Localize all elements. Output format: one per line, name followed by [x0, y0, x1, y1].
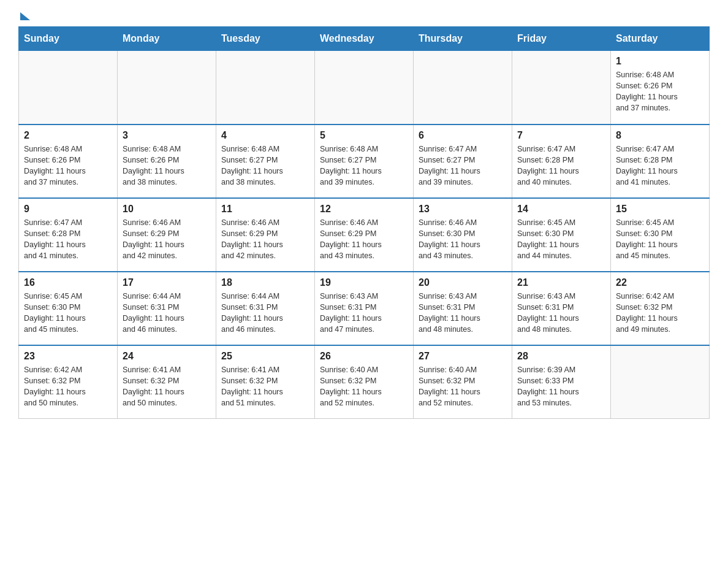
week-row-3: 9Sunrise: 6:47 AM Sunset: 6:28 PM Daylig… — [19, 198, 710, 272]
day-number: 14 — [517, 204, 605, 215]
week-row-4: 16Sunrise: 6:45 AM Sunset: 6:30 PM Dayli… — [19, 272, 710, 345]
day-info: Sunrise: 6:43 AM Sunset: 6:31 PM Dayligh… — [320, 291, 408, 335]
weekday-header-monday: Monday — [118, 27, 216, 51]
calendar-cell: 21Sunrise: 6:43 AM Sunset: 6:31 PM Dayli… — [512, 272, 611, 345]
calendar-cell: 9Sunrise: 6:47 AM Sunset: 6:28 PM Daylig… — [19, 198, 118, 272]
calendar-cell: 26Sunrise: 6:40 AM Sunset: 6:32 PM Dayli… — [315, 345, 414, 419]
day-info: Sunrise: 6:42 AM Sunset: 6:32 PM Dayligh… — [24, 364, 112, 409]
calendar-cell — [19, 51, 118, 124]
day-number: 25 — [221, 351, 309, 362]
calendar-cell: 20Sunrise: 6:43 AM Sunset: 6:31 PM Dayli… — [414, 272, 512, 345]
calendar-cell: 13Sunrise: 6:46 AM Sunset: 6:30 PM Dayli… — [414, 198, 512, 272]
calendar-cell: 28Sunrise: 6:39 AM Sunset: 6:33 PM Dayli… — [512, 345, 611, 419]
day-number: 10 — [123, 204, 211, 215]
day-info: Sunrise: 6:47 AM Sunset: 6:28 PM Dayligh… — [517, 144, 605, 188]
day-info: Sunrise: 6:45 AM Sunset: 6:30 PM Dayligh… — [616, 217, 704, 262]
calendar-cell: 18Sunrise: 6:44 AM Sunset: 6:31 PM Dayli… — [216, 272, 315, 345]
week-row-2: 2Sunrise: 6:48 AM Sunset: 6:26 PM Daylig… — [19, 124, 710, 198]
day-info: Sunrise: 6:47 AM Sunset: 6:28 PM Dayligh… — [24, 217, 112, 262]
day-info: Sunrise: 6:48 AM Sunset: 6:27 PM Dayligh… — [221, 144, 309, 188]
weekday-header-thursday: Thursday — [414, 27, 512, 51]
calendar-cell: 10Sunrise: 6:46 AM Sunset: 6:29 PM Dayli… — [118, 198, 216, 272]
calendar-cell: 8Sunrise: 6:47 AM Sunset: 6:28 PM Daylig… — [611, 124, 710, 198]
calendar-cell: 14Sunrise: 6:45 AM Sunset: 6:30 PM Dayli… — [512, 198, 611, 272]
calendar-table: SundayMondayTuesdayWednesdayThursdayFrid… — [18, 26, 710, 419]
calendar-cell: 11Sunrise: 6:46 AM Sunset: 6:29 PM Dayli… — [216, 198, 315, 272]
day-number: 3 — [123, 130, 211, 141]
day-info: Sunrise: 6:46 AM Sunset: 6:30 PM Dayligh… — [419, 217, 507, 262]
day-info: Sunrise: 6:41 AM Sunset: 6:32 PM Dayligh… — [221, 364, 309, 409]
week-row-5: 23Sunrise: 6:42 AM Sunset: 6:32 PM Dayli… — [19, 345, 710, 419]
header — [18, 12, 710, 17]
calendar-cell: 15Sunrise: 6:45 AM Sunset: 6:30 PM Dayli… — [611, 198, 710, 272]
day-info: Sunrise: 6:40 AM Sunset: 6:32 PM Dayligh… — [320, 364, 408, 409]
day-info: Sunrise: 6:48 AM Sunset: 6:27 PM Dayligh… — [320, 144, 408, 188]
day-number: 7 — [517, 130, 605, 141]
calendar-cell: 3Sunrise: 6:48 AM Sunset: 6:26 PM Daylig… — [118, 124, 216, 198]
day-number: 21 — [517, 277, 605, 288]
calendar-cell: 4Sunrise: 6:48 AM Sunset: 6:27 PM Daylig… — [216, 124, 315, 198]
weekday-header-friday: Friday — [512, 27, 611, 51]
day-number: 4 — [221, 130, 309, 141]
calendar-cell: 17Sunrise: 6:44 AM Sunset: 6:31 PM Dayli… — [118, 272, 216, 345]
calendar-cell — [611, 345, 710, 419]
calendar-cell: 5Sunrise: 6:48 AM Sunset: 6:27 PM Daylig… — [315, 124, 414, 198]
day-number: 15 — [616, 204, 704, 215]
calendar-cell — [315, 51, 414, 124]
day-number: 23 — [24, 351, 112, 362]
day-number: 26 — [320, 351, 408, 362]
day-number: 11 — [221, 204, 309, 215]
day-info: Sunrise: 6:48 AM Sunset: 6:26 PM Dayligh… — [24, 144, 112, 188]
day-info: Sunrise: 6:43 AM Sunset: 6:31 PM Dayligh… — [419, 291, 507, 335]
weekday-header-tuesday: Tuesday — [216, 27, 315, 51]
calendar-cell — [118, 51, 216, 124]
calendar-cell: 23Sunrise: 6:42 AM Sunset: 6:32 PM Dayli… — [19, 345, 118, 419]
week-row-1: 1Sunrise: 6:48 AM Sunset: 6:26 PM Daylig… — [19, 51, 710, 124]
day-number: 6 — [419, 130, 507, 141]
day-number: 17 — [123, 277, 211, 288]
calendar-cell: 1Sunrise: 6:48 AM Sunset: 6:26 PM Daylig… — [611, 51, 710, 124]
weekday-header-saturday: Saturday — [611, 27, 710, 51]
day-info: Sunrise: 6:46 AM Sunset: 6:29 PM Dayligh… — [320, 217, 408, 262]
weekday-header-wednesday: Wednesday — [315, 27, 414, 51]
day-number: 12 — [320, 204, 408, 215]
calendar-cell: 2Sunrise: 6:48 AM Sunset: 6:26 PM Daylig… — [19, 124, 118, 198]
day-info: Sunrise: 6:44 AM Sunset: 6:31 PM Dayligh… — [123, 291, 211, 335]
day-info: Sunrise: 6:41 AM Sunset: 6:32 PM Dayligh… — [123, 364, 211, 409]
calendar-cell: 24Sunrise: 6:41 AM Sunset: 6:32 PM Dayli… — [118, 345, 216, 419]
weekday-header-row: SundayMondayTuesdayWednesdayThursdayFrid… — [19, 27, 710, 51]
calendar-cell: 12Sunrise: 6:46 AM Sunset: 6:29 PM Dayli… — [315, 198, 414, 272]
day-info: Sunrise: 6:48 AM Sunset: 6:26 PM Dayligh… — [616, 69, 704, 114]
day-info: Sunrise: 6:44 AM Sunset: 6:31 PM Dayligh… — [221, 291, 309, 335]
day-info: Sunrise: 6:46 AM Sunset: 6:29 PM Dayligh… — [221, 217, 309, 262]
day-number: 19 — [320, 277, 408, 288]
day-info: Sunrise: 6:47 AM Sunset: 6:27 PM Dayligh… — [419, 144, 507, 188]
day-info: Sunrise: 6:47 AM Sunset: 6:28 PM Dayligh… — [616, 144, 704, 188]
calendar-cell: 27Sunrise: 6:40 AM Sunset: 6:32 PM Dayli… — [414, 345, 512, 419]
day-info: Sunrise: 6:42 AM Sunset: 6:32 PM Dayligh… — [616, 291, 704, 335]
calendar-cell: 25Sunrise: 6:41 AM Sunset: 6:32 PM Dayli… — [216, 345, 315, 419]
weekday-header-sunday: Sunday — [19, 27, 118, 51]
day-number: 5 — [320, 130, 408, 141]
day-number: 20 — [419, 277, 507, 288]
day-info: Sunrise: 6:46 AM Sunset: 6:29 PM Dayligh… — [123, 217, 211, 262]
day-number: 27 — [419, 351, 507, 362]
day-number: 24 — [123, 351, 211, 362]
day-info: Sunrise: 6:40 AM Sunset: 6:32 PM Dayligh… — [419, 364, 507, 409]
calendar-cell: 19Sunrise: 6:43 AM Sunset: 6:31 PM Dayli… — [315, 272, 414, 345]
calendar-cell — [512, 51, 611, 124]
day-number: 28 — [517, 351, 605, 362]
calendar-cell: 7Sunrise: 6:47 AM Sunset: 6:28 PM Daylig… — [512, 124, 611, 198]
day-info: Sunrise: 6:48 AM Sunset: 6:26 PM Dayligh… — [123, 144, 211, 188]
day-info: Sunrise: 6:45 AM Sunset: 6:30 PM Dayligh… — [24, 291, 112, 335]
calendar-cell: 22Sunrise: 6:42 AM Sunset: 6:32 PM Dayli… — [611, 272, 710, 345]
calendar-cell — [216, 51, 315, 124]
day-number: 1 — [616, 56, 704, 67]
day-number: 13 — [419, 204, 507, 215]
day-info: Sunrise: 6:43 AM Sunset: 6:31 PM Dayligh… — [517, 291, 605, 335]
calendar-cell — [414, 51, 512, 124]
day-number: 18 — [221, 277, 309, 288]
calendar-cell: 6Sunrise: 6:47 AM Sunset: 6:27 PM Daylig… — [414, 124, 512, 198]
logo-arrow-icon — [20, 12, 30, 20]
logo — [18, 12, 30, 17]
